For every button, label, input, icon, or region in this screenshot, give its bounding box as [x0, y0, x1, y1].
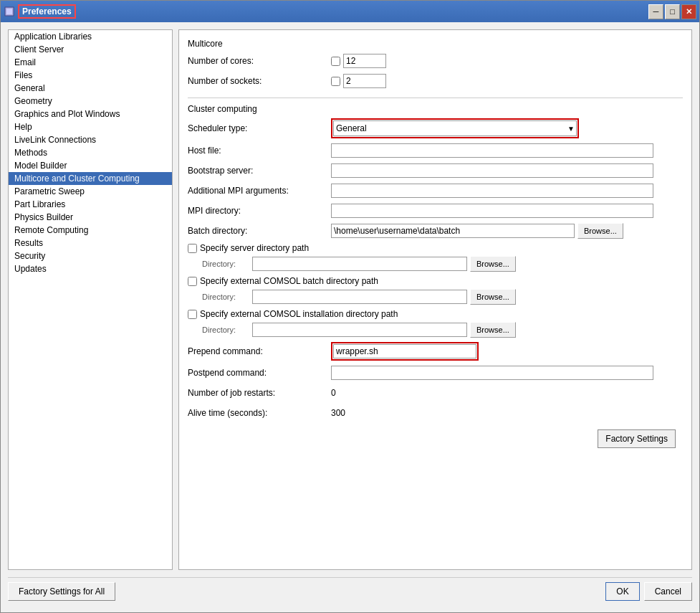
ext-batch-dir-input[interactable] [252, 290, 467, 304]
ext-install-label: Specify external COMSOL installation dir… [200, 309, 398, 319]
host-file-input[interactable] [331, 143, 653, 158]
server-dir-section: Specify server directory path Directory:… [188, 243, 683, 272]
sidebar-item-security[interactable]: Security [9, 250, 172, 262]
sidebar-item-general[interactable]: General [9, 82, 172, 95]
server-dir-browse-button[interactable]: Browse... [470, 256, 516, 272]
scheduler-dropdown-wrapper: General SLURM PBS SGE LSF ▼ [331, 118, 579, 138]
sidebar-item-client-server[interactable]: Client Server [9, 43, 172, 56]
num-sockets-checkbox[interactable] [331, 77, 340, 86]
scheduler-select[interactable]: General SLURM PBS SGE LSF [333, 120, 577, 136]
num-cores-group: Number of cores: [188, 53, 683, 69]
mpi-dir-group: MPI directory: [188, 203, 683, 219]
ext-install-dir-input[interactable] [252, 323, 467, 337]
close-button[interactable]: ✕ [681, 4, 696, 19]
num-cores-input[interactable] [343, 54, 386, 68]
mpi-args-label: Additional MPI arguments: [188, 186, 331, 196]
window-title: Preferences [18, 4, 76, 19]
main-area: Application Libraries Client Server Emai… [8, 29, 692, 570]
bootstrap-input[interactable] [331, 163, 653, 178]
ext-batch-checkbox[interactable] [188, 277, 197, 286]
cluster-section: Cluster computing Scheduler type: Genera… [188, 104, 683, 421]
separator-1 [188, 98, 683, 98]
num-cores-label: Number of cores: [188, 56, 331, 66]
prepend-input[interactable] [333, 344, 476, 358]
batch-dir-group: Batch directory: Browse... [188, 223, 683, 239]
mpi-args-group: Additional MPI arguments: [188, 183, 683, 199]
batch-dir-browse-button[interactable]: Browse... [577, 223, 623, 239]
factory-settings-all-button[interactable]: Factory Settings for All [8, 582, 115, 601]
ok-button[interactable]: OK [605, 582, 639, 601]
alive-time-group: Alive time (seconds): 300 [188, 405, 683, 421]
title-bar: Preferences ─ □ ✕ [1, 1, 699, 22]
factory-settings-button[interactable]: Factory Settings [598, 429, 676, 448]
sidebar-item-multicore[interactable]: Multicore and Cluster Computing [9, 172, 172, 185]
prepend-label: Prepend command: [188, 346, 331, 356]
job-restarts-label: Number of job restarts: [188, 388, 331, 398]
ext-batch-checkbox-row: Specify external COMSOL batch directory … [188, 276, 683, 286]
ext-batch-browse-button[interactable]: Browse... [470, 289, 516, 305]
alive-time-value: 300 [331, 408, 345, 418]
batch-dir-input[interactable] [331, 224, 575, 238]
sidebar-item-application-libraries[interactable]: Application Libraries [9, 30, 172, 43]
bootstrap-group: Bootstrap server: [188, 163, 683, 179]
bootstrap-label: Bootstrap server: [188, 166, 331, 176]
footer-left: Factory Settings for All [8, 582, 115, 601]
job-restarts-group: Number of job restarts: 0 [188, 385, 683, 401]
host-file-group: Host file: [188, 143, 683, 158]
sidebar-item-geometry[interactable]: Geometry [9, 95, 172, 108]
sidebar-item-updates[interactable]: Updates [9, 262, 172, 275]
factory-settings-row: Factory Settings [188, 429, 683, 448]
batch-dir-label: Batch directory: [188, 226, 331, 236]
mpi-args-input[interactable] [331, 184, 653, 198]
ext-install-dir-row: Directory: Browse... [188, 322, 683, 338]
sidebar-item-parametric[interactable]: Parametric Sweep [9, 185, 172, 198]
ext-batch-directory-label: Directory: [202, 293, 252, 301]
maximize-button[interactable]: □ [665, 4, 680, 19]
title-bar-left: Preferences [4, 4, 76, 19]
footer-bar: Factory Settings for All OK Cancel [8, 577, 692, 605]
job-restarts-value: 0 [331, 388, 336, 398]
scheduler-group: Scheduler type: General SLURM PBS SGE LS… [188, 118, 683, 138]
sidebar-item-help[interactable]: Help [9, 120, 172, 133]
sidebar-item-model-builder[interactable]: Model Builder [9, 159, 172, 172]
ext-batch-section: Specify external COMSOL batch directory … [188, 276, 683, 305]
sidebar-item-physics-builder[interactable]: Physics Builder [9, 211, 172, 224]
host-file-label: Host file: [188, 146, 331, 156]
minimize-button[interactable]: ─ [648, 4, 663, 19]
ext-install-directory-label: Directory: [202, 325, 252, 334]
sidebar-item-graphics-plot[interactable]: Graphics and Plot Windows [9, 108, 172, 120]
num-sockets-input[interactable] [343, 74, 386, 88]
postpend-label: Postpend command: [188, 368, 331, 378]
mpi-dir-label: MPI directory: [188, 206, 331, 216]
server-dir-row: Directory: Browse... [188, 256, 683, 272]
app-icon [4, 6, 15, 17]
server-dir-checkbox[interactable] [188, 244, 197, 253]
sidebar-item-methods[interactable]: Methods [9, 146, 172, 159]
cancel-button[interactable]: Cancel [644, 582, 692, 601]
ext-install-checkbox-row: Specify external COMSOL installation dir… [188, 309, 683, 319]
server-dir-input[interactable] [252, 257, 467, 271]
postpend-input[interactable] [331, 366, 653, 380]
mpi-dir-input[interactable] [331, 204, 653, 218]
cluster-header: Cluster computing [188, 104, 683, 114]
title-bar-buttons: ─ □ ✕ [648, 4, 696, 19]
sidebar-item-results[interactable]: Results [9, 237, 172, 250]
footer-right: OK Cancel [605, 582, 692, 601]
sidebar-item-livelink[interactable]: LiveLink Connections [9, 133, 172, 146]
ext-install-browse-button[interactable]: Browse... [470, 322, 516, 338]
num-cores-checkbox[interactable] [331, 57, 340, 66]
ext-install-section: Specify external COMSOL installation dir… [188, 309, 683, 338]
sidebar-item-part-libraries[interactable]: Part Libraries [9, 198, 172, 211]
sidebar-item-remote-computing[interactable]: Remote Computing [9, 224, 172, 237]
postpend-group: Postpend command: [188, 365, 683, 381]
content-panel: Multicore Number of cores: Number of soc… [178, 29, 692, 570]
sidebar-item-email[interactable]: Email [9, 56, 172, 69]
scheduler-label: Scheduler type: [188, 123, 331, 133]
ext-batch-dir-row: Directory: Browse... [188, 289, 683, 305]
sidebar: Application Libraries Client Server Emai… [8, 29, 173, 570]
sidebar-item-files[interactable]: Files [9, 69, 172, 82]
ext-batch-label: Specify external COMSOL batch directory … [200, 276, 378, 286]
alive-time-label: Alive time (seconds): [188, 408, 331, 418]
server-dir-label: Specify server directory path [200, 243, 309, 253]
ext-install-checkbox[interactable] [188, 310, 197, 319]
